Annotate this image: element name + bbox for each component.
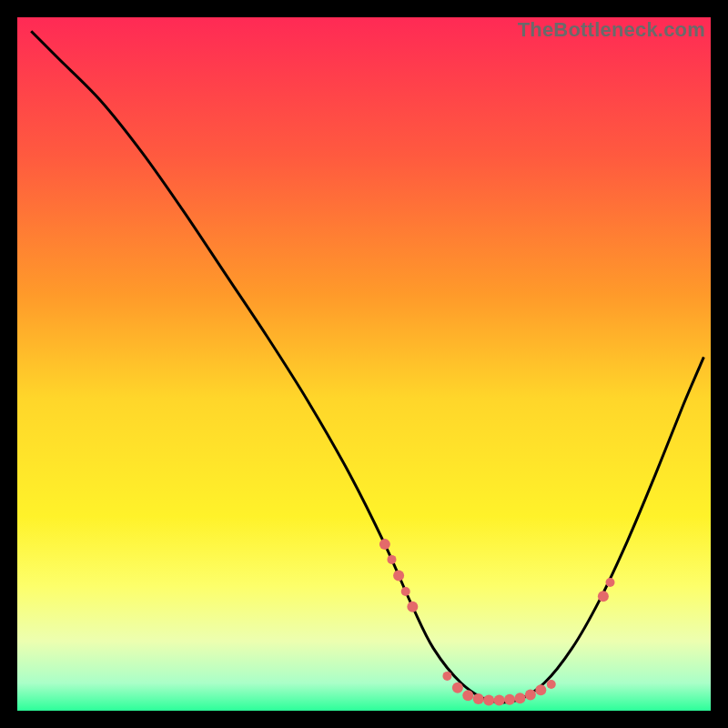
marker-dot (606, 578, 615, 587)
marker-dot (387, 555, 396, 564)
marker-dot (514, 693, 525, 703)
marker-dot (598, 591, 609, 602)
marker-dot (462, 690, 473, 701)
watermark-text: TheBottleneck.com (518, 18, 705, 42)
marker-dot (494, 695, 505, 706)
marker-dot (393, 570, 404, 581)
marker-dot (452, 682, 463, 693)
chart-frame: TheBottleneck.com (17, 17, 711, 711)
marker-dot (407, 602, 418, 612)
marker-dot (504, 694, 515, 705)
marker-dot (525, 689, 536, 700)
marker-dot (483, 695, 494, 706)
marker-dot (535, 684, 546, 695)
gradient-background (17, 17, 711, 711)
marker-dot (547, 680, 556, 689)
chart-plot (17, 17, 711, 711)
marker-dot (379, 539, 390, 550)
marker-dot (473, 693, 484, 704)
marker-dot (401, 587, 410, 596)
marker-dot (442, 672, 451, 681)
